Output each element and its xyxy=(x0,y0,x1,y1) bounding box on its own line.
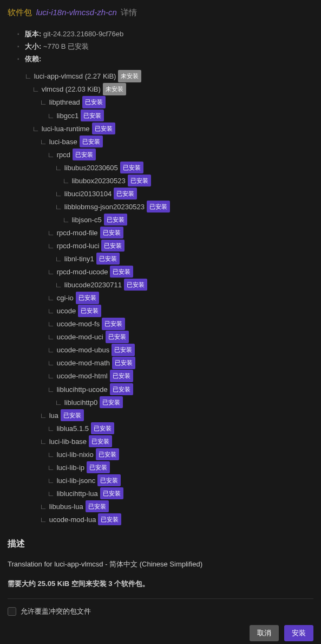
dependency-item: ∟libucode20230711已安装 xyxy=(25,279,313,292)
description-text: Translation for luci-app-vlmcsd - 简体中文 (… xyxy=(8,559,313,569)
cancel-button[interactable]: 取消 xyxy=(250,625,279,641)
tree-angle-icon: ∟ xyxy=(48,450,55,459)
dependency-name: libnl-tiny1 xyxy=(64,255,94,263)
overwrite-label: 允许覆盖冲突的包文件 xyxy=(21,607,91,616)
installed-badge: 已安装 xyxy=(92,123,115,134)
dependency-name: ucode xyxy=(57,307,76,315)
tree-angle-icon: ∟ xyxy=(55,203,62,211)
dependency-item: ∟vlmcsd (22.03 KiB)未安装 xyxy=(25,83,313,96)
tree-angle-icon: ∟ xyxy=(48,294,55,302)
tree-angle-icon: ∟ xyxy=(32,125,40,133)
tree-angle-icon: ∟ xyxy=(55,190,62,198)
dependency-name: ucode-mod-ubus xyxy=(57,346,110,354)
dependency-item: ∟libuci20130104已安装 xyxy=(25,188,313,201)
dependency-item: ∟libjson-c5已安装 xyxy=(25,214,313,227)
meta-list: 版本: git-24.223.21680-9cf76eb 大小: ~770 B … xyxy=(17,29,313,526)
dependency-name: libblobmsg-json20230523 xyxy=(64,203,145,211)
dependency-item: ∟libubus20230605已安装 xyxy=(25,162,313,175)
installed-badge: 已安装 xyxy=(120,162,143,173)
dependency-name: ucode-mod-uci xyxy=(57,333,103,341)
tree-angle-icon: ∟ xyxy=(40,411,47,420)
installed-badge: 已安装 xyxy=(73,149,96,160)
dependency-name: ucode-mod-html xyxy=(57,372,108,380)
dependency-name: rpcd xyxy=(57,151,70,159)
dependency-item: ∟libblobmsg-json20230523已安装 xyxy=(25,201,313,214)
tree-angle-icon: ∟ xyxy=(40,98,47,106)
tree-angle-icon: ∟ xyxy=(48,307,55,315)
installed-badge: 已安装 xyxy=(106,331,129,343)
installed-badge: 已安装 xyxy=(114,188,137,199)
dependency-name: liblucihttp0 xyxy=(64,398,97,407)
dependency-item: ∟luci-lib-base已安装 xyxy=(25,435,313,448)
dependency-item: ∟ucode-mod-lua已安装 xyxy=(25,513,313,526)
dependency-item: ∟liblua5.1.5已安装 xyxy=(25,422,313,435)
dependency-item: ∟libubox20230523已安装 xyxy=(25,175,313,188)
tree-angle-icon: ∟ xyxy=(48,372,55,380)
dependency-item: ∟libubus-lua已安装 xyxy=(25,500,313,513)
dependency-name: libubox20230523 xyxy=(72,177,126,185)
installed-badge: 已安装 xyxy=(86,500,109,512)
dependency-item: ∟liblucihttp-ucode已安装 xyxy=(25,383,313,396)
dependency-item: ∟rpcd已安装 xyxy=(25,149,313,162)
tree-angle-icon: ∟ xyxy=(48,229,55,237)
divider xyxy=(8,598,313,599)
dependency-name: ucode-mod-lua xyxy=(49,516,96,524)
dependency-item: ∟ucode已安装 xyxy=(25,305,313,318)
installed-badge: 已安装 xyxy=(102,318,125,330)
installed-badge: 已安装 xyxy=(110,383,133,395)
dependency-name: liblucihttp-ucode xyxy=(57,385,108,394)
installed-badge: 已安装 xyxy=(100,227,123,239)
dependency-name: libubus-lua xyxy=(49,503,83,511)
install-button[interactable]: 安装 xyxy=(284,625,313,641)
installed-badge: 已安装 xyxy=(98,513,121,525)
dependency-item: ∟libnl-tiny1已安装 xyxy=(25,253,313,266)
dependency-name: libgcc1 xyxy=(57,112,78,120)
dependency-name: rpcd-mod-luci xyxy=(57,242,100,250)
tree-angle-icon: ∟ xyxy=(55,281,62,289)
tree-angle-icon: ∟ xyxy=(40,503,47,511)
dependency-item: ∟luci-lib-ip已安装 xyxy=(25,461,313,474)
meta-size: 大小: ~770 B 已安装 xyxy=(17,41,313,53)
dependency-item: ∟rpcd-mod-luci已安装 xyxy=(25,240,313,253)
dependency-item: ∟rpcd-mod-file已安装 xyxy=(25,227,313,240)
tree-angle-icon: ∟ xyxy=(55,255,62,263)
installed-badge: 已安装 xyxy=(128,175,151,186)
installed-badge: 已安装 xyxy=(61,409,84,421)
dependency-name: rpcd-mod-ucode xyxy=(57,268,108,276)
dependency-name: libubus20230605 xyxy=(64,164,118,172)
dependency-item: ∟ucode-mod-math已安装 xyxy=(25,357,313,370)
dependency-item: ∟liblucihttp-lua已安装 xyxy=(25,487,313,500)
overwrite-checkbox[interactable] xyxy=(8,607,16,616)
dependency-item: ∟lua已安装 xyxy=(25,409,313,422)
dependency-item: ∟luci-app-vlmcsd (2.27 KiB)未安装 xyxy=(25,70,313,83)
tree-angle-icon: ∟ xyxy=(48,476,55,485)
dependency-item: ∟cgi-io已安装 xyxy=(25,292,313,305)
tree-angle-icon: ∟ xyxy=(48,424,55,433)
installed-badge: 已安装 xyxy=(78,305,101,317)
overwrite-row[interactable]: 允许覆盖冲突的包文件 xyxy=(8,607,313,616)
installed-badge: 已安装 xyxy=(100,487,123,499)
dependency-name: ucode-mod-fs xyxy=(57,320,100,328)
installed-badge: 已安装 xyxy=(112,344,135,356)
installed-badge: 已安装 xyxy=(89,435,112,447)
dependency-item: ∟liblucihttp0已安装 xyxy=(25,396,313,409)
installed-badge: 已安装 xyxy=(147,201,170,212)
tree-angle-icon: ∟ xyxy=(40,437,47,446)
tree-angle-icon: ∟ xyxy=(48,359,55,367)
tree-angle-icon: ∟ xyxy=(48,242,55,250)
dependency-item: ∟libgcc1已安装 xyxy=(25,110,313,123)
package-name: luci-i18n-vlmcsd-zh-cn xyxy=(36,8,117,17)
dependency-name: libpthread xyxy=(49,98,80,106)
dependency-item: ∟libpthread已安装 xyxy=(25,96,313,109)
meta-deps: 依赖: ∟luci-app-vlmcsd (2.27 KiB)未安装∟vlmcs… xyxy=(17,54,313,526)
installed-badge: 已安装 xyxy=(87,461,110,473)
tree-angle-icon: ∟ xyxy=(48,320,55,328)
tree-angle-icon: ∟ xyxy=(63,177,70,185)
dialog-header: 软件包 luci-i18n-vlmcsd-zh-cn 详情 xyxy=(8,8,313,18)
tree-angle-icon: ∟ xyxy=(48,333,55,341)
dependency-name: luci-lua-runtime xyxy=(42,125,90,133)
dependency-name: luci-base xyxy=(49,138,77,146)
installed-badge: 已安装 xyxy=(97,474,121,486)
tree-angle-icon: ∟ xyxy=(48,346,55,354)
installed-badge: 已安装 xyxy=(110,370,133,382)
